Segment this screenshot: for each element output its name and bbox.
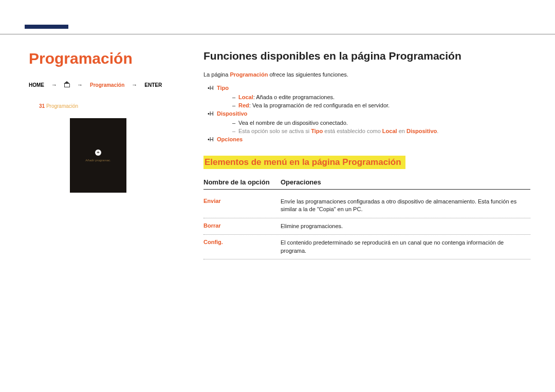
home-icon xyxy=(64,82,70,87)
sub-disp-text: Vea el nombre de un dispositivo conectad… xyxy=(238,120,348,126)
thumb-num: 31 xyxy=(39,103,45,109)
table-row: Borrar Elimine programaciones. xyxy=(203,218,530,235)
note-pre: Esta opción solo se activa si xyxy=(238,128,311,134)
thumb-caption: 31 Programación xyxy=(39,103,183,109)
note-mid: está establecido como xyxy=(323,128,382,134)
row-desc: Envíe las programaciones configuradas a … xyxy=(281,198,530,214)
row-opt: Config. xyxy=(203,239,281,255)
thumb-label: Programación xyxy=(46,103,78,109)
row-desc: Elimine programaciones. xyxy=(281,222,530,230)
bullet-disp-label: Dispositivo xyxy=(217,110,247,117)
note-post: . xyxy=(437,128,438,134)
intro-post: ofrece las siguientes funciones. xyxy=(268,71,348,78)
col-ops-header: Operaciones xyxy=(281,178,530,186)
bullet-opc-label: Opciones xyxy=(217,136,243,142)
thumb-button-label: Añadir programac. xyxy=(85,159,110,162)
arrow-icon: → xyxy=(51,82,57,88)
breadcrumb: HOME → → Programación → ENTER xyxy=(29,82,183,88)
row-opt: Enviar xyxy=(203,198,281,214)
sub-disp: –Vea el nombre de un dispositivo conecta… xyxy=(232,120,530,126)
row-opt: Borrar xyxy=(203,222,281,230)
sub-note: –Esta opción solo se activa si Tipo está… xyxy=(232,128,530,134)
nav-enter-label: ENTER xyxy=(144,82,162,88)
note-r2: Local xyxy=(382,128,397,134)
note-r1: Tipo xyxy=(311,128,323,134)
sub-local: –Local: Añada o edite programaciones. xyxy=(232,94,530,100)
sub-red: –Red: Vea la programación de red configu… xyxy=(232,102,530,108)
sub-local-post: : Añada o edite programaciones. xyxy=(253,94,335,100)
screenshot-thumbnail: + Añadir programac. xyxy=(70,118,126,193)
top-accent-bar xyxy=(25,25,68,29)
note-mid2: en xyxy=(397,128,406,134)
table-row: Enviar Envíe las programaciones configur… xyxy=(203,194,530,218)
menu-section-heading: Elementos de menú en la página Programac… xyxy=(203,156,405,169)
section-heading: Funciones disponibles en la página Progr… xyxy=(203,50,530,62)
col-name-header: Nombre de la opción xyxy=(203,178,281,186)
note-r3: Dispositivo xyxy=(406,128,437,134)
sub-red-post: : Vea la programación de red configurada… xyxy=(249,102,390,108)
page-content: Programación HOME → → Programación → ENT… xyxy=(0,34,555,259)
intro-pre: La página xyxy=(203,71,230,78)
table-row: Config. El contenido predeterminado se r… xyxy=(203,235,530,259)
right-column: Funciones disponibles en la página Progr… xyxy=(203,50,530,259)
nav-prog-label: Programación xyxy=(90,82,124,88)
bullet-dispositivo: •HDispositivo xyxy=(208,110,530,117)
plus-icon: + xyxy=(95,150,101,156)
intro-text: La página Programación ofrece las siguie… xyxy=(203,71,530,78)
page-title: Programación xyxy=(29,50,183,67)
bullet-list: •HTipo –Local: Añada o edite programacio… xyxy=(208,85,530,142)
table-header: Nombre de la opción Operaciones xyxy=(203,178,530,190)
sub-red-red: Red xyxy=(238,102,249,108)
row-desc: El contenido predeterminado se reproduci… xyxy=(281,239,530,255)
left-column: Programación HOME → → Programación → ENT… xyxy=(29,50,203,259)
bullet-tipo: •HTipo xyxy=(208,85,530,91)
arrow-icon: → xyxy=(77,82,83,88)
intro-red: Programación xyxy=(230,71,268,78)
bullet-tipo-label: Tipo xyxy=(217,85,229,91)
sub-local-red: Local xyxy=(238,94,253,100)
arrow-icon: → xyxy=(132,82,137,88)
bullet-opciones: •HOpciones xyxy=(208,136,530,142)
nav-home-label: HOME xyxy=(29,82,44,88)
